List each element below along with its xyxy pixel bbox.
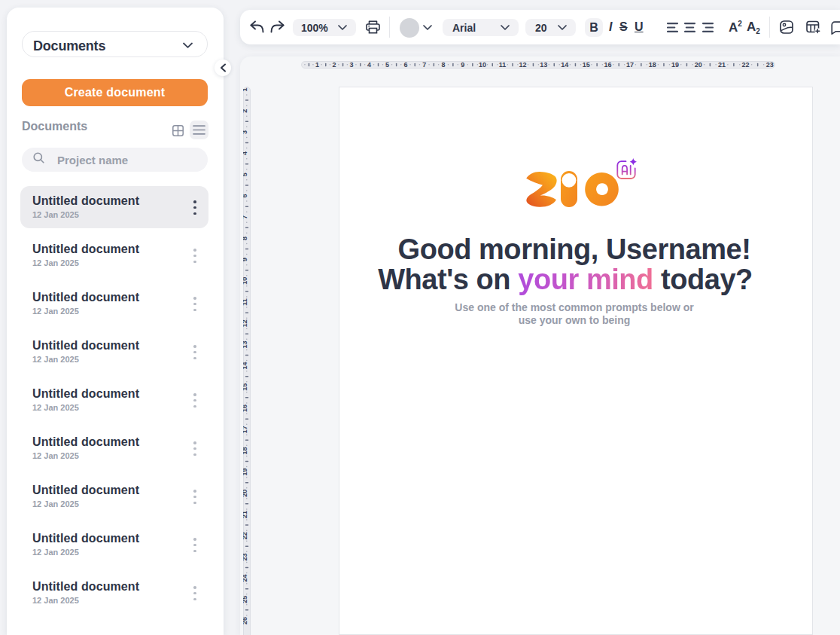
svg-text:14: 14 <box>243 362 248 370</box>
svg-text:16: 16 <box>243 405 248 412</box>
svg-text:19: 19 <box>243 469 248 476</box>
svg-text:25: 25 <box>243 596 248 603</box>
svg-text:2: 2 <box>243 109 248 113</box>
svg-text:24: 24 <box>243 575 248 582</box>
svg-text:9: 9 <box>243 258 248 261</box>
svg-text:12: 12 <box>243 319 248 327</box>
svg-text:4: 4 <box>243 151 248 155</box>
svg-text:10: 10 <box>243 277 248 285</box>
svg-text:21: 21 <box>243 511 248 518</box>
svg-text:8: 8 <box>243 237 248 240</box>
svg-text:2: 2 <box>333 61 336 69</box>
svg-text:20: 20 <box>243 490 248 497</box>
svg-text:1: 1 <box>315 61 319 69</box>
svg-text:15: 15 <box>243 383 248 391</box>
svg-text:6: 6 <box>243 194 248 197</box>
svg-text:18: 18 <box>243 447 248 454</box>
svg-text:17: 17 <box>243 426 248 433</box>
svg-text:23: 23 <box>243 553 248 560</box>
svg-text:11: 11 <box>243 298 248 306</box>
svg-text:13: 13 <box>243 340 248 348</box>
svg-text:26: 26 <box>243 617 248 624</box>
svg-text:22: 22 <box>243 532 248 539</box>
svg-text:1: 1 <box>243 87 248 91</box>
svg-text:7: 7 <box>243 215 248 219</box>
svg-text:5: 5 <box>243 172 248 176</box>
svg-text:3: 3 <box>243 130 248 134</box>
